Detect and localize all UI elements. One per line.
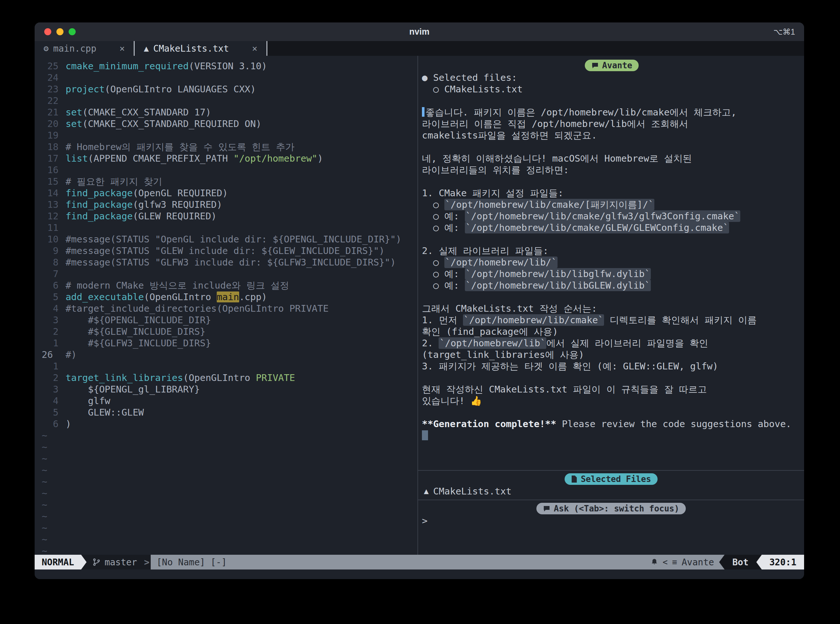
- tab-CMakeLists.txt[interactable]: ▲CMakeLists.txt×: [135, 41, 266, 56]
- chat-blank-line: [422, 406, 801, 418]
- code-line[interactable]: 5add_executable(OpenGLIntro main.cpp): [35, 291, 417, 303]
- close-tab-icon[interactable]: ×: [120, 43, 125, 54]
- powerline-arrow: [81, 555, 86, 570]
- chat-line: [422, 430, 801, 441]
- cursor-bar: [422, 107, 425, 117]
- code-line[interactable]: 1 #${GLFW3_INCLUDE_DIRS}: [35, 337, 417, 349]
- code-line[interactable]: 15# 필요한 패키지 찾기: [35, 176, 417, 187]
- code-line[interactable]: 7: [35, 268, 417, 280]
- code-line[interactable]: 14find_package(OpenGL REQUIRED): [35, 187, 417, 199]
- tab-main.cpp[interactable]: ⚙main.cpp×: [35, 41, 134, 56]
- window-title: nvim: [35, 27, 804, 37]
- line-number: 12: [35, 210, 58, 222]
- git-branch-name: master: [105, 557, 137, 568]
- ask-badge[interactable]: Ask (<Tab>: switch focus): [536, 503, 686, 514]
- powerline-arrow: [719, 555, 724, 570]
- chat-line: 1. CMake 패키지 설정 파일들:: [422, 187, 801, 199]
- code-line[interactable]: 26 #): [35, 349, 417, 360]
- code-line[interactable]: 21set(CMAKE_CXX_STANDARD 17): [35, 107, 417, 118]
- active-panel-label: Avante: [682, 557, 714, 568]
- code-line[interactable]: 19: [35, 130, 417, 141]
- code-line[interactable]: 11: [35, 222, 417, 233]
- code-line[interactable]: 2 #${GLEW_INCLUDE_DIRS}: [35, 326, 417, 337]
- line-number: 6: [35, 418, 58, 430]
- line-number: 3: [35, 383, 58, 395]
- code-line[interactable]: 3 ${OPENGL_gl_LIBRARY}: [35, 383, 417, 395]
- code-line[interactable]: 6# modern CMake 방식으로 include와 링크 설정: [35, 280, 417, 291]
- code-line[interactable]: 8#message(STATUS "GLFW3 include dir: ${G…: [35, 256, 417, 268]
- titlebar[interactable]: nvim ⌥⌘1: [35, 22, 804, 41]
- empty-line-tilde: ~: [35, 534, 417, 545]
- line-number: 9: [35, 245, 58, 256]
- avante-result-area[interactable]: Avante ● Selected files: ○ CMakeLists.tx…: [418, 56, 804, 470]
- code-line[interactable]: 24: [35, 72, 417, 83]
- line-number: 10: [35, 233, 58, 245]
- line-number: 16: [35, 164, 58, 176]
- empty-line-tilde: ~: [35, 487, 417, 499]
- selected-file-item[interactable]: ▲ CMakeLists.txt: [422, 485, 800, 497]
- chat-blank-line: [422, 372, 801, 383]
- empty-line-tilde: ~: [35, 499, 417, 510]
- avante-panel: Avante ● Selected files: ○ CMakeLists.tx…: [418, 56, 804, 555]
- chat-line: 네, 정확히 이해하셨습니다! macOS에서 Homebrew로 설치된: [422, 153, 801, 164]
- selected-file-name: CMakeLists.txt: [433, 485, 511, 497]
- chevron-right-icon: >: [143, 555, 151, 570]
- avante-header-label: Avante: [602, 60, 632, 71]
- code-line[interactable]: 18# Homebrew의 패키지를 찾을 수 있도록 힌트 추가: [35, 141, 417, 153]
- selected-files-section: Selected Files ▲ CMakeLists.txt: [418, 471, 804, 500]
- line-number: 25: [35, 60, 58, 72]
- empty-line-tilde: ~: [35, 476, 417, 487]
- line-number: 1: [35, 337, 58, 349]
- chat-line: 확인 (find_package에 사용): [422, 326, 801, 337]
- code-line[interactable]: 3 #${OPENGL_INCLUDE_DIR}: [35, 314, 417, 326]
- editor-pane[interactable]: 25cmake_minimum_required(VERSION 3.10) 2…: [35, 56, 418, 555]
- code-line[interactable]: 9#message(STATUS "GLEW include dir: ${GL…: [35, 245, 417, 256]
- code-line[interactable]: 10#message(STATUS "OpenGL include dir: $…: [35, 233, 417, 245]
- chat-line: ● Selected files:: [422, 72, 801, 83]
- close-tab-icon[interactable]: ×: [252, 43, 258, 54]
- chat-line: **Generation complete!** Please review t…: [422, 418, 801, 430]
- chat-blank-line: [422, 291, 801, 303]
- chat-line: 2. 실제 라이브러리 파일들:: [422, 245, 801, 256]
- code-line[interactable]: 22: [35, 95, 417, 107]
- empty-line-tilde: ~: [35, 441, 417, 453]
- code-line[interactable]: 16: [35, 164, 417, 176]
- empty-line-tilde: ~: [35, 453, 417, 464]
- chat-line: 라이브러리 이름은 직접 /opt/homebrew/lib에서 조회해서: [422, 118, 801, 130]
- empty-line-tilde: ~: [35, 464, 417, 476]
- minimize-window-button[interactable]: [56, 28, 63, 35]
- code-line[interactable]: 5 GLEW::GLEW: [35, 406, 417, 418]
- line-number: 7: [35, 268, 58, 280]
- code-line[interactable]: 20set(CMAKE_CXX_STANDARD_REQUIRED ON): [35, 118, 417, 130]
- line-number: 8: [35, 256, 58, 268]
- code-line[interactable]: 13find_package(glfw3 REQUIRED): [35, 199, 417, 210]
- chat-line: 현재 작성하신 CMakeLists.txt 파일이 이 규칙들을 잘 따르고: [422, 383, 801, 395]
- code-line[interactable]: 4 glfw: [35, 395, 417, 406]
- line-number: 26: [35, 349, 58, 360]
- code-line[interactable]: 1: [35, 360, 417, 372]
- code-line[interactable]: 12find_package(GLEW REQUIRED): [35, 210, 417, 222]
- chat-line: (target_link_libraries에 사용): [422, 349, 801, 360]
- command-line[interactable]: [35, 570, 804, 579]
- code-line[interactable]: 4#target_include_directories(OpenGLIntro…: [35, 303, 417, 314]
- chat-blank-line: [422, 176, 801, 187]
- code-line[interactable]: 6): [35, 418, 417, 430]
- traffic-lights: [44, 22, 76, 41]
- chat-line: 2. `/opt/homebrew/lib`에서 실제 라이브러리 파일명을 확…: [422, 337, 801, 349]
- tabline: ⚙main.cpp×▲CMakeLists.txt×: [35, 41, 804, 56]
- window-shortcut-hint: ⌥⌘1: [773, 27, 795, 37]
- close-window-button[interactable]: [44, 28, 51, 35]
- code-line[interactable]: 25cmake_minimum_required(VERSION 3.10): [35, 60, 417, 72]
- line-number: 2: [35, 372, 58, 383]
- ask-prompt-input[interactable]: >: [422, 515, 800, 527]
- terminal-window: nvim ⌥⌘1 ⚙main.cpp×▲CMakeLists.txt× 25cm…: [35, 22, 804, 579]
- line-number: 3: [35, 314, 58, 326]
- code-line[interactable]: 2target_link_libraries(OpenGLIntro PRIVA…: [35, 372, 417, 383]
- code-line[interactable]: 17list(APPEND CMAKE_PREFIX_PATH "/opt/ho…: [35, 153, 417, 164]
- line-number: 6: [35, 280, 58, 291]
- zoom-window-button[interactable]: [69, 28, 76, 35]
- ask-section[interactable]: Ask (<Tab>: switch focus) >: [418, 500, 804, 555]
- code-line[interactable]: 23project(OpenGLIntro LANGUAGES CXX): [35, 83, 417, 95]
- list-icon: ≡: [672, 557, 677, 567]
- main-area: 25cmake_minimum_required(VERSION 3.10) 2…: [35, 56, 804, 555]
